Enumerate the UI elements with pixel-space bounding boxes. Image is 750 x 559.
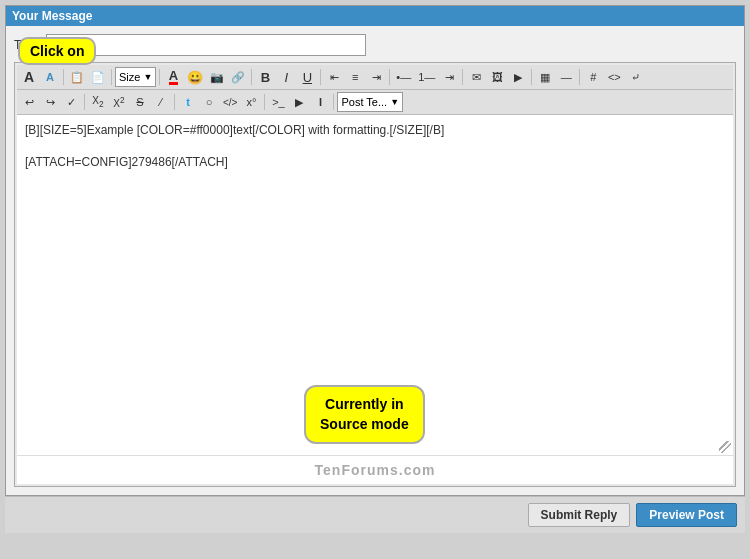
source-mode-line1: Currently in [325, 396, 404, 412]
gt-button[interactable]: >_ [268, 92, 288, 112]
hr-icon: ― [561, 71, 572, 83]
sup-button[interactable]: X2 [109, 92, 129, 112]
link-icon: 🔗 [231, 71, 245, 84]
undo-button[interactable]: ↩ [19, 92, 39, 112]
separator12 [264, 94, 265, 110]
copy-icon: 📋 [70, 71, 84, 84]
strike2-icon: ⁄ [160, 96, 162, 108]
redo-icon: ↪ [46, 96, 55, 109]
separator3 [159, 69, 160, 85]
source-mode-line2: Source mode [320, 416, 409, 432]
editor-wrapper: A A 📋 📄 Size ▼ [14, 62, 736, 487]
separator7 [462, 69, 463, 85]
caret-icon: ▶ [295, 96, 303, 109]
separator9 [579, 69, 580, 85]
list-ul-button[interactable]: •— [393, 67, 414, 87]
x-button[interactable]: x° [241, 92, 261, 112]
smiley-icon: 😀 [187, 70, 203, 85]
undo-icon: ↩ [25, 96, 34, 109]
table-button[interactable]: ▦ [535, 67, 555, 87]
italic-button[interactable]: I [276, 67, 296, 87]
email-button[interactable]: ✉ [466, 67, 486, 87]
align-right-icon: ⇥ [372, 71, 381, 84]
code-icon: <> [608, 71, 621, 83]
one-icon: I [319, 96, 322, 108]
gt-icon: >_ [272, 96, 285, 108]
align-left-icon: ⇤ [330, 71, 339, 84]
align-left-button[interactable]: ⇤ [324, 67, 344, 87]
bb-icon: </> [223, 97, 237, 108]
video-button[interactable]: ▶ [508, 67, 528, 87]
bb-button[interactable]: </> [220, 92, 240, 112]
separator10 [84, 94, 85, 110]
tweet-button[interactable]: t [178, 92, 198, 112]
spell-icon: ✓ [67, 96, 76, 109]
align-center-icon: ≡ [352, 71, 358, 83]
font-icon2-button[interactable]: A [40, 67, 60, 87]
click-on-callout: Click on [18, 37, 96, 65]
sub-icon: X2 [92, 95, 103, 109]
post-template-dropdown[interactable]: Post Te... ▼ [337, 92, 403, 112]
separator5 [320, 69, 321, 85]
quote-icon: ⤶ [631, 71, 640, 84]
copy-button[interactable]: 📋 [67, 67, 87, 87]
separator13 [333, 94, 334, 110]
tweet-icon: t [186, 96, 190, 108]
paste-button[interactable]: 📄 [88, 67, 108, 87]
caret-button[interactable]: ▶ [289, 92, 309, 112]
link-button[interactable]: 🔗 [228, 67, 248, 87]
toolbar-row2: ↩ ↪ ✓ X2 X2 S [17, 90, 733, 115]
list-ol-button[interactable]: 1— [415, 67, 438, 87]
one-button[interactable]: I [310, 92, 330, 112]
strikethrough-icon: S [136, 96, 143, 108]
font-a-icon: A [24, 69, 34, 85]
font-icon-button[interactable]: A [19, 67, 39, 87]
hash-button[interactable]: # [583, 67, 603, 87]
font-a2-icon: A [46, 71, 54, 83]
align-center-button[interactable]: ≡ [345, 67, 365, 87]
toolbar-row1: A A 📋 📄 Size ▼ [17, 65, 733, 90]
redo-button[interactable]: ↪ [40, 92, 60, 112]
indent-icon: ⇥ [445, 71, 454, 84]
font-color-button[interactable]: A [163, 67, 183, 87]
quote-button[interactable]: ⤶ [625, 67, 645, 87]
image-button[interactable]: 🖼 [487, 67, 507, 87]
resize-handle[interactable] [719, 441, 731, 453]
size-chevron-icon: ▼ [143, 72, 152, 82]
align-right-button[interactable]: ⇥ [366, 67, 386, 87]
post-template-label: Post Te... [341, 96, 387, 108]
footer-bar: Submit Reply Preview Post [5, 496, 745, 533]
media-button[interactable]: 📷 [207, 67, 227, 87]
hr-button[interactable]: ― [556, 67, 576, 87]
sub-button[interactable]: X2 [88, 92, 108, 112]
indent-button[interactable]: ⇥ [439, 67, 459, 87]
email-icon: ✉ [472, 71, 481, 84]
video-icon: ▶ [514, 71, 522, 84]
smiley-button[interactable]: 😀 [184, 67, 206, 87]
title-row: Title: [14, 34, 736, 56]
bold-button[interactable]: B [255, 67, 275, 87]
strikethrough-button[interactable]: S [130, 92, 150, 112]
watermark: TenForums.com [17, 455, 733, 484]
underline-button[interactable]: U [297, 67, 317, 87]
strike2-button[interactable]: ⁄ [151, 92, 171, 112]
sup-icon: X2 [113, 95, 124, 109]
separator2 [111, 69, 112, 85]
panel-header: Your Message [6, 6, 744, 26]
circle-icon: ○ [206, 96, 213, 108]
editor-area-wrapper: [B][SIZE=5]Example [COLOR=#ff0000]text[/… [17, 115, 733, 455]
spell-button[interactable]: ✓ [61, 92, 81, 112]
size-dropdown[interactable]: Size ▼ [115, 67, 156, 87]
submit-reply-button[interactable]: Submit Reply [528, 503, 631, 527]
preview-post-button[interactable]: Preview Post [636, 503, 737, 527]
separator4 [251, 69, 252, 85]
paste-icon: 📄 [91, 71, 105, 84]
message-panel: Your Message Title: A A [5, 5, 745, 496]
post-template-chevron-icon: ▼ [390, 97, 399, 107]
editor-content-line1: [B][SIZE=5]Example [COLOR=#ff0000]text[/… [25, 121, 725, 139]
code-button[interactable]: <> [604, 67, 624, 87]
circle-button[interactable]: ○ [199, 92, 219, 112]
media-icon: 📷 [210, 71, 224, 84]
outer-container: Click on Your Message Title: A A [0, 0, 750, 559]
image-icon: 🖼 [492, 71, 503, 83]
